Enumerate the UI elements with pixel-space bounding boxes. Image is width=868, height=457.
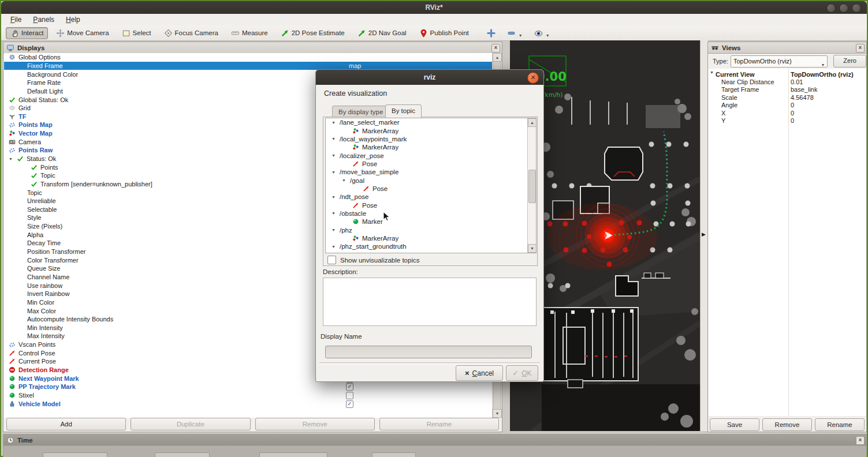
tool-properties-button[interactable]: ▼ (532, 27, 552, 39)
expander-icon[interactable]: ▼ (331, 195, 337, 199)
pose-arrow-icon (363, 185, 370, 192)
tab-by-topic[interactable]: By topic (385, 104, 422, 118)
topic-tree-scrollbar[interactable]: ▲ ▼ (527, 118, 536, 253)
dialog-titlebar[interactable]: rviz ✕ (316, 70, 543, 85)
pointcloud-icon (9, 121, 16, 128)
views-panel: Views × Type: TopDownOrtho (rviz) ▼ Zero… (707, 42, 867, 432)
remove-view-button[interactable]: Remove (762, 418, 812, 431)
selection-box-icon (122, 29, 131, 38)
minimize-button[interactable] (826, 3, 836, 13)
green-arrow-icon (357, 29, 366, 38)
time-field[interactable] (372, 452, 416, 457)
view-type-row: Type: TopDownOrtho (rviz) ▼ Zero (708, 54, 866, 69)
view-properties-tree[interactable]: ▼ Current ViewTopDownOrtho (rviz) Near C… (709, 69, 866, 416)
expander-icon[interactable]: ▼ (331, 121, 337, 125)
maximize-button[interactable] (839, 3, 848, 13)
display-name-input[interactable] (325, 346, 532, 358)
enabled-checkbox[interactable] (346, 392, 353, 399)
time-field[interactable] (259, 452, 327, 457)
time-panel-header[interactable]: Time × (3, 434, 866, 446)
scroll-up-icon[interactable]: ▲ (493, 53, 502, 62)
tool-2d-nav-goal[interactable]: 2D Nav Goal (353, 27, 411, 39)
expander-icon[interactable]: ▼ (331, 170, 337, 174)
marker-sphere-icon (352, 218, 359, 225)
camera-icon (9, 138, 16, 145)
menu-file[interactable]: File (6, 15, 26, 24)
gear-icon (9, 54, 16, 61)
scroll-down-icon[interactable]: ▼ (493, 409, 502, 418)
expander-icon[interactable]: ▼ (342, 178, 347, 182)
displays-panel-title: Displays (17, 44, 44, 51)
scrollbar-thumb[interactable] (528, 170, 536, 203)
window-titlebar[interactable]: RViz* (1, 1, 867, 14)
close-icon[interactable]: × (856, 44, 865, 53)
description-textarea[interactable] (323, 278, 537, 326)
expander-icon[interactable]: ▼ (331, 245, 337, 249)
save-button[interactable]: Save (710, 418, 759, 431)
monitor-icon (6, 44, 14, 52)
rename-view-button[interactable]: Rename (815, 418, 865, 431)
remove-tool-button[interactable]: ▼ (505, 27, 524, 39)
scroll-up-icon[interactable]: ▲ (528, 118, 537, 127)
property-row: X0 (709, 109, 866, 117)
add-button[interactable]: Add (6, 418, 126, 430)
add-tool-button[interactable] (485, 27, 497, 39)
enabled-checkbox[interactable]: ✓ (346, 400, 353, 408)
dialog-close-button[interactable]: ✕ (527, 72, 539, 84)
ok-button[interactable]: ✓ OK (506, 365, 538, 381)
dialog-title: rviz (424, 73, 436, 81)
detection-range-glow (547, 203, 657, 270)
property-row: Angle0 (709, 102, 866, 109)
pose-arrow-icon (9, 358, 16, 365)
zero-button[interactable]: Zero (833, 55, 866, 68)
expander-icon[interactable]: ▼ (331, 228, 337, 232)
duplicate-button[interactable]: Duplicate (131, 418, 250, 430)
tf-axes-icon (9, 113, 16, 120)
property-row: Scale4.56478 (709, 93, 866, 101)
view-type-dropdown[interactable]: TopDownOrtho (rviz) ▼ (731, 55, 828, 68)
tool-group-extra: ▼ ▼ (485, 27, 552, 39)
time-field[interactable] (155, 452, 210, 457)
tool-select[interactable]: Select (117, 27, 156, 39)
show-unvisualizable-checkbox[interactable] (327, 256, 336, 264)
menu-help[interactable]: Help (61, 15, 85, 24)
topic-row: MarkerArray (326, 126, 536, 134)
topic-row: ▼/goal (326, 176, 536, 184)
close-button[interactable] (852, 3, 861, 13)
expander-icon[interactable]: ▼ (331, 153, 337, 158)
plus-icon (487, 29, 496, 38)
tool-publish-point[interactable]: Publish Point (415, 27, 474, 39)
time-panel-title: Time (17, 437, 33, 444)
window-controls (826, 3, 861, 13)
enabled-checkbox[interactable]: ✓ (346, 383, 353, 391)
time-field[interactable] (43, 452, 107, 457)
expander-icon[interactable]: ▼ (710, 70, 714, 74)
displays-panel-header[interactable]: Displays × (3, 42, 502, 54)
scroll-down-icon[interactable]: ▼ (528, 244, 537, 253)
cancel-button[interactable]: × Cancel (456, 365, 503, 381)
marker-array-icon (352, 128, 359, 134)
rename-button[interactable]: Rename (379, 418, 499, 430)
expander-icon[interactable]: ▼ (9, 157, 14, 161)
tool-interact[interactable]: Interact (6, 27, 48, 39)
check-icon (17, 155, 24, 162)
topic-tree[interactable]: ▼/lane_select_marker MarkerArray ▼/local… (325, 118, 537, 253)
tool-move-camera[interactable]: Move Camera (51, 27, 113, 39)
remove-button[interactable]: Remove (255, 418, 375, 430)
views-panel-header[interactable]: Views × (708, 42, 866, 54)
tool-2d-pose-estimate[interactable]: 2D Pose Estimate (276, 27, 349, 39)
expander-icon[interactable]: ▼ (331, 137, 337, 141)
expander-icon[interactable]: ▼ (331, 211, 337, 215)
expand-arrow-icon[interactable]: ▶ (702, 231, 706, 237)
topic-row: ▼/localizer_pose (326, 151, 536, 159)
tool-focus-camera[interactable]: Focus Camera (159, 27, 223, 39)
tab-by-display-type[interactable]: By display type (332, 106, 389, 118)
panel-splitter[interactable]: ▶ (700, 40, 708, 431)
property-row: Y0 (709, 117, 866, 124)
close-icon[interactable]: × (856, 436, 865, 445)
close-icon[interactable]: × (491, 44, 500, 53)
tool-measure[interactable]: Measure (226, 27, 273, 39)
menu-panels[interactable]: Panels (28, 15, 59, 24)
pointcloud-icon (9, 341, 16, 348)
clock-icon (6, 436, 14, 444)
